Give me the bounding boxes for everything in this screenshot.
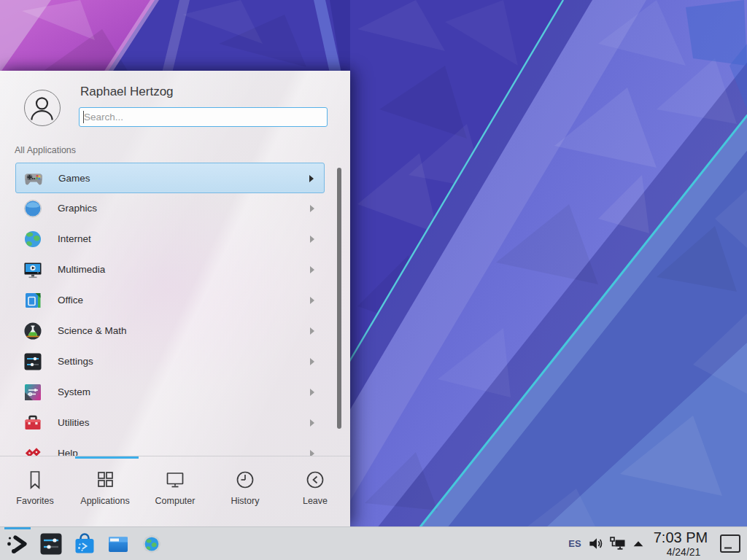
volume-tray-button[interactable]	[587, 527, 605, 560]
tab-label: Computer	[155, 496, 196, 506]
category-label: Settings	[58, 346, 93, 377]
network-tray-button[interactable]	[608, 527, 627, 560]
chevron-right-icon	[310, 327, 314, 335]
tab-history[interactable]: History	[210, 460, 280, 526]
leave-icon	[304, 469, 326, 491]
digital-clock[interactable]: 7:03 PM 4/24/21	[649, 527, 712, 560]
category-internet[interactable]: Internet	[15, 224, 325, 254]
tab-applications[interactable]: Applications	[70, 460, 140, 526]
category-label: Multimedia	[58, 254, 105, 285]
tray-expander-button[interactable]	[629, 527, 648, 560]
sliders-color-icon	[23, 383, 42, 402]
category-utilities[interactable]: Utilities	[15, 408, 325, 438]
tab-label: Favorites	[16, 496, 53, 506]
discover-icon	[73, 532, 96, 556]
network-icon	[609, 535, 627, 553]
category-system[interactable]: System	[15, 377, 325, 408]
globe-icon	[23, 230, 42, 249]
search-input[interactable]	[79, 107, 328, 127]
category-list: Games Graphics	[0, 163, 350, 456]
flask-icon	[23, 322, 42, 341]
category-label: System	[58, 377, 90, 408]
section-label: All Applications	[15, 145, 76, 155]
show-desktop-icon	[719, 534, 741, 553]
document-icon	[23, 291, 42, 310]
category-multimedia[interactable]: Multimedia	[15, 254, 325, 285]
category-label: Graphics	[58, 193, 97, 224]
clock-date: 4/24/21	[655, 546, 712, 559]
launcher-active-indicator	[4, 527, 31, 529]
grid-icon	[94, 469, 116, 491]
chevron-right-icon	[310, 266, 314, 273]
application-launcher-button[interactable]	[3, 527, 32, 560]
system-settings-button[interactable]	[36, 527, 66, 560]
scrollbar[interactable]	[337, 168, 341, 429]
category-label: Science & Math	[58, 316, 127, 346]
app-launcher-icon	[6, 532, 29, 556]
system-settings-icon	[39, 532, 63, 556]
category-label: Internet	[58, 224, 91, 254]
file-manager-icon	[107, 532, 130, 556]
application-launcher-panel: Raphael Hertzog All Applications	[0, 71, 350, 526]
tab-label: Applications	[80, 496, 129, 506]
category-office[interactable]: Office	[15, 285, 325, 316]
category-help[interactable]: Help	[15, 438, 325, 456]
web-browser-icon	[141, 533, 163, 555]
chevron-right-icon	[309, 175, 314, 182]
taskbar: ES 7:03 PM 4/24/21	[0, 526, 747, 560]
category-label: Office	[58, 285, 83, 316]
web-browser-button[interactable]	[137, 527, 166, 560]
tab-leave[interactable]: Leave	[280, 460, 350, 526]
volume-icon	[588, 535, 605, 552]
bookmark-icon	[24, 469, 46, 491]
category-games[interactable]: Games	[15, 163, 325, 193]
chevron-right-icon	[310, 450, 314, 456]
tab-label: Leave	[303, 496, 328, 506]
tab-favorites[interactable]: Favorites	[0, 460, 70, 526]
sphere-icon	[23, 199, 42, 218]
user-avatar[interactable]	[24, 90, 61, 126]
tab-label: History	[231, 496, 260, 506]
category-label: Help	[58, 438, 78, 456]
file-manager-button[interactable]	[104, 527, 133, 560]
show-desktop-button[interactable]	[719, 534, 741, 553]
category-label: Utilities	[58, 408, 90, 438]
tab-bar: Favorites Applications	[0, 460, 350, 526]
chevron-right-icon	[310, 236, 314, 243]
tab-computer[interactable]: Computer	[140, 460, 210, 526]
sliders-dark-icon	[23, 352, 42, 371]
help-icon	[23, 444, 42, 456]
chevron-right-icon	[310, 297, 314, 304]
user-name: Raphael Hertzog	[80, 85, 174, 99]
text-caret	[83, 111, 84, 123]
discover-button[interactable]	[70, 527, 99, 560]
toolbox-icon	[23, 413, 42, 432]
category-science-math[interactable]: Science & Math	[15, 316, 325, 346]
media-screen-icon	[23, 260, 42, 279]
tabbar-separator	[0, 456, 350, 456]
desktop: Raphael Hertzog All Applications	[0, 0, 747, 560]
chevron-right-icon	[310, 419, 314, 427]
chevron-right-icon	[310, 389, 314, 396]
active-tab-indicator	[75, 456, 139, 459]
category-graphics[interactable]: Graphics	[15, 193, 325, 224]
caret-up-icon	[631, 537, 646, 551]
clock-time: 7:03 PM	[649, 529, 712, 546]
gamepad-icon	[24, 169, 43, 188]
keyboard-layout-indicator[interactable]: ES	[565, 527, 585, 560]
category-label: Games	[58, 163, 90, 194]
monitor-icon	[164, 469, 186, 491]
chevron-right-icon	[310, 358, 314, 365]
category-settings[interactable]: Settings	[15, 346, 325, 377]
clock-icon	[234, 469, 256, 491]
chevron-right-icon	[310, 205, 314, 212]
